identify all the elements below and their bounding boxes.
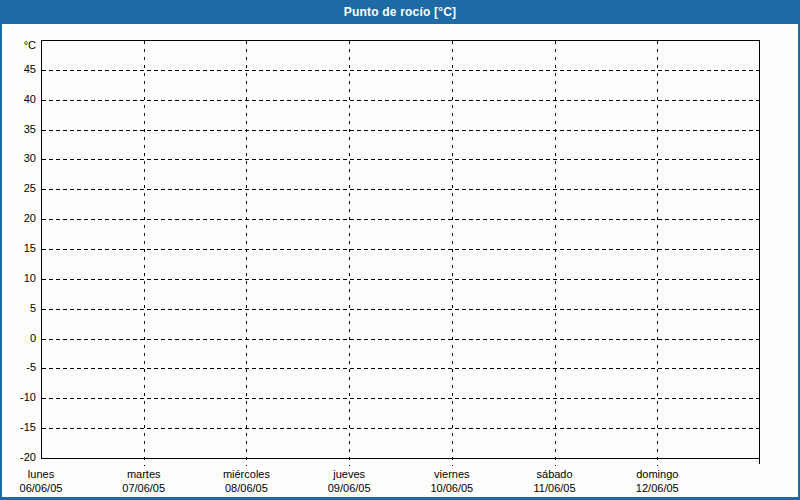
x-axis-date-label: 12/06/05: [602, 482, 712, 495]
x-axis-day-label: jueves: [294, 468, 404, 481]
plot-region: °C 454035302520151050-5-10-15-20 lunes06…: [2, 2, 798, 497]
y-tick-label: -15: [2, 421, 36, 434]
x-axis-date-label: 11/06/05: [500, 482, 610, 495]
x-axis-date-label: 08/06/05: [191, 482, 301, 495]
x-axis-date-label: 06/06/05: [0, 482, 96, 495]
y-tick-label: 5: [2, 302, 36, 315]
x-axis-day-label: domingo: [602, 468, 712, 481]
y-tick-label: 30: [2, 152, 36, 165]
y-tick-label: 15: [2, 242, 36, 255]
x-axis-day-label: lunes: [0, 468, 96, 481]
y-tick-label: -20: [2, 451, 36, 464]
y-tick-label: 35: [2, 123, 36, 136]
x-axis-date-label: 07/06/05: [89, 482, 199, 495]
y-tick-label: 10: [2, 272, 36, 285]
y-tick-label: 45: [2, 63, 36, 76]
x-axis-date-label: 10/06/05: [397, 482, 507, 495]
y-tick-label: -10: [2, 391, 36, 404]
x-axis-day-label: martes: [89, 468, 199, 481]
x-axis-date-label: 09/06/05: [294, 482, 404, 495]
y-tick-label: 40: [2, 93, 36, 106]
y-axis-unit-label: °C: [2, 39, 36, 52]
y-tick-label: 20: [2, 212, 36, 225]
x-axis-day-label: miércoles: [191, 468, 301, 481]
x-axis-day-label: sábado: [500, 468, 610, 481]
plot-grid: [2, 2, 798, 497]
chart-window: Punto de rocío [°C] °C 45403530252015105…: [0, 0, 800, 500]
y-tick-label: 0: [2, 332, 36, 345]
x-axis-day-label: viernes: [397, 468, 507, 481]
y-tick-label: -5: [2, 361, 36, 374]
y-tick-label: 25: [2, 182, 36, 195]
